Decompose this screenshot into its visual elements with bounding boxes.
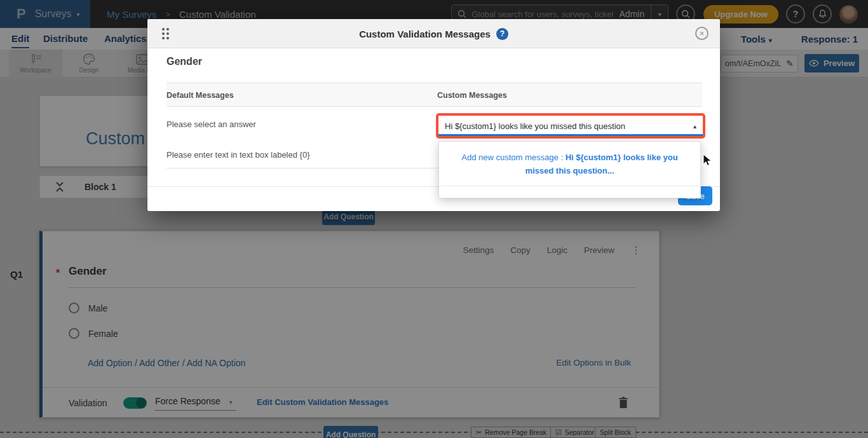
selected-custom-message: Hi ${custom1} looks like you missed this… (445, 121, 693, 131)
custom-validation-modal: Custom Validation Messages ? × Gender De… (147, 19, 720, 211)
column-default-messages: Default Messages (166, 83, 234, 107)
mouse-cursor (703, 154, 713, 168)
app-root: P Surveys ▾ My Surveys > Custom Validati… (0, 0, 868, 438)
close-icon[interactable]: × (695, 27, 709, 40)
modal-title: Custom Validation Messages (359, 29, 491, 39)
custom-message-dropdown: Add new custom message : Hi ${custom1} l… (438, 141, 701, 198)
custom-message-select[interactable]: Hi ${custom1} looks like you missed this… (436, 113, 705, 139)
default-message-1: Please select an answer (166, 107, 256, 141)
add-new-custom-message-option[interactable]: Add new custom message : Hi ${custom1} l… (439, 142, 700, 186)
select-focus-underline (438, 134, 703, 136)
default-message-2: Please enter text in text box labeled {0… (166, 141, 310, 168)
help-icon[interactable]: ? (496, 28, 508, 40)
modal-question-title: Gender (166, 56, 202, 67)
modal-title-wrap: Custom Validation Messages ? (147, 19, 720, 48)
modal-header: Custom Validation Messages ? × (147, 19, 720, 48)
messages-table-header: Default Messages Custom Messages (166, 83, 702, 107)
column-custom-messages: Custom Messages (437, 83, 507, 107)
chevron-up-icon: ▴ (693, 123, 696, 130)
dropdown-option-prefix: Add new custom message : (461, 153, 565, 162)
